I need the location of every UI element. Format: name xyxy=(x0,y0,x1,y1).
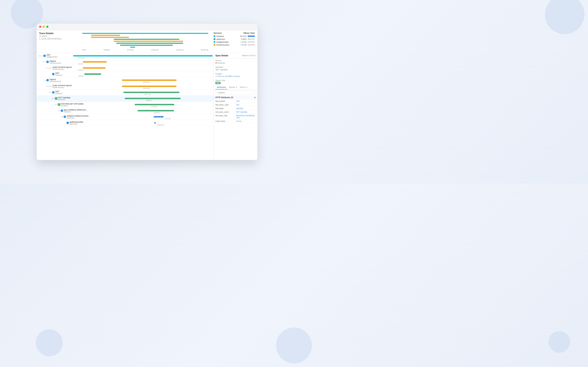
span-bar-container-9: 6.96 ms xyxy=(85,104,213,106)
attr-key-method: http.method xyxy=(215,100,235,102)
span-row-7[interactable]: 5 ∨ 🌐 GET frontend 10.77 ms xyxy=(37,90,213,96)
span-toggle-8[interactable]: 4 ∨ xyxy=(50,98,55,99)
service-label: Service xyxy=(215,59,256,61)
span-waterfall-4: 1.98 ms xyxy=(73,71,213,77)
span-indent-11: 1 ∨ 🌐 oteldemo.AdService/Get... adservic… xyxy=(37,115,90,119)
attr-row-target: http.target /api/data xyxy=(213,107,257,110)
span-toggle-9[interactable]: 3 ∨ xyxy=(52,104,57,106)
service-row-adservice: adservice 9.09% xyxy=(213,38,255,40)
span-row-11[interactable]: 1 ∨ 🌐 oteldemo.AdService/Get... adservic… xyxy=(37,114,213,120)
span-waterfall-3: 2.34 ms xyxy=(73,65,213,71)
tab-events[interactable]: Events 0 xyxy=(228,85,238,90)
span-bar-container-3: 2.34 ms xyxy=(73,67,213,69)
span-bar-5 xyxy=(122,79,176,81)
span-indent-7: 5 ∨ 🌐 GET frontend xyxy=(37,90,73,94)
trace-bar-8 xyxy=(130,47,135,48)
span-toggle-7[interactable]: 5 ∨ xyxy=(47,92,52,93)
span-row-4[interactable]: 🌐 GET frontend 1.98 ms xyxy=(37,71,213,77)
tab-errors[interactable]: Errors 0 xyxy=(238,85,249,90)
search-input[interactable] xyxy=(218,92,254,94)
span-name-12: getRandomAds adservice xyxy=(70,121,83,125)
minimize-button[interactable] xyxy=(43,26,45,28)
span-row-10[interactable]: 2 ∨ 🌐 grpc.oteldemo.AdService... fronten… xyxy=(37,108,213,114)
span-toggle-5[interactable]: 7 ∨ xyxy=(41,79,46,81)
span-waterfall-7: 10.77 ms xyxy=(73,89,213,95)
span-icon-2: 🌐 xyxy=(46,61,49,63)
span-icon-8: G xyxy=(55,97,57,100)
span-bar-10 xyxy=(138,110,174,111)
operation-value: GET /api/data xyxy=(215,68,256,71)
span-bar-12 xyxy=(154,122,156,124)
service-pct-loadgenerator: < 0.1% xyxy=(238,41,247,43)
service-pct-adservice: 9.09% xyxy=(238,38,247,40)
span-indent-4: 🌐 GET frontend xyxy=(37,72,73,76)
span-row-8[interactable]: 4 ∨ G GET /api/data frontend 8.99 ms xyxy=(37,96,213,102)
attr-val-status: 200 xyxy=(236,104,239,106)
span-bar-container-6: 10.41 ms xyxy=(73,85,213,87)
service-value: frontend xyxy=(215,62,225,64)
search-box[interactable]: ⌕ xyxy=(215,91,256,94)
tab-attributes[interactable]: Attributes xyxy=(215,85,228,90)
span-row-2[interactable]: 2 ∨ 🌐 ingress frontend-proxy 2.8 ms xyxy=(37,59,213,65)
span-row-9[interactable]: 3 ∨ G executing api route (page... front… xyxy=(37,102,213,108)
service-bar-fill-loadgenerator xyxy=(248,41,248,43)
attr-val-scope-name: next.js xyxy=(236,120,241,122)
span-toggle-3[interactable]: 1 ∨ xyxy=(44,67,49,69)
service-pct-frontend-proxy: < 0.1% xyxy=(238,44,247,46)
timeline-label-0: 0 ms xyxy=(82,49,86,51)
trace-bar-row-2 xyxy=(82,35,208,36)
maximize-button[interactable] xyxy=(46,26,49,28)
span-row-12[interactable]: 🌐 getRandomAds adservice 102.91 μs xyxy=(37,120,213,126)
service-dot-indicator xyxy=(215,62,217,64)
span-details-header: Span Details Starts at 7.62 ms xyxy=(213,53,257,58)
services-pct-header: %Exec Time xyxy=(243,32,255,34)
attr-row-status: http.status_code 200 xyxy=(213,103,257,107)
trace-timestamp: ⊙ Jul 08, 2024 04:59:56 pm xyxy=(39,38,79,40)
span-name-4: GET frontend xyxy=(55,72,62,76)
span-icon-5: 🌐 xyxy=(46,79,49,82)
http-attrs-header[interactable]: HTTP Attributes (7) ∧ xyxy=(213,95,257,100)
trace-bar-7 xyxy=(120,45,173,46)
service-bar-frontend-proxy xyxy=(248,44,255,46)
span-row-1[interactable]: 11 ∨ 🌐 GET loadgenerator 20.44 ms xyxy=(37,53,213,59)
span-toggle-6[interactable]: 6 ∨ xyxy=(44,85,49,87)
service-row-frontend: frontend 90.91% xyxy=(213,35,255,37)
services-title: Services xyxy=(213,32,222,34)
span-duration-8: 8.99 ms xyxy=(146,100,152,101)
status-badge: 200 xyxy=(215,82,221,84)
trace-bar-3 xyxy=(91,37,129,38)
span-toggle-2[interactable]: 2 ∨ xyxy=(41,61,46,63)
span-duration-10: 6.04 ms xyxy=(154,112,160,114)
span-duration-5: 10.62 ms xyxy=(143,81,150,83)
span-toggle-10[interactable]: 2 ∨ xyxy=(55,110,60,112)
trace-bar-row-3 xyxy=(82,37,208,38)
trace-bar-row-6 xyxy=(82,42,208,44)
span-indent-2: 2 ∨ 🌐 ingress frontend-proxy xyxy=(37,60,73,64)
trace-bar-4 xyxy=(114,39,179,40)
http-attrs-title: HTTP Attributes (7) xyxy=(215,96,233,99)
span-toggle-1[interactable]: 11 ∨ xyxy=(37,55,42,57)
span-icon-3: ✏ xyxy=(49,67,52,69)
trace-title: Trace Details xyxy=(39,32,79,35)
span-indent-1: 11 ∨ 🌐 GET loadgenerator xyxy=(37,54,73,58)
close-button[interactable] xyxy=(39,26,41,28)
trace-bar-5 xyxy=(114,41,183,42)
attr-row-method: http.method GET xyxy=(213,100,257,103)
span-name-8: GET /api/data frontend xyxy=(58,97,70,101)
spans-container: 11 ∨ 🌐 GET loadgenerator 20.44 ms xyxy=(37,53,257,160)
span-row-6[interactable]: 6 ∨ ✏ router frontend egress frontend-pr… xyxy=(37,83,213,90)
span-bar-7 xyxy=(123,92,179,93)
span-toggle-11[interactable]: 1 ∨ xyxy=(58,116,63,118)
span-duration-11: 1.67 ms xyxy=(165,118,170,120)
span-waterfall-5: 10.62 ms xyxy=(73,77,213,83)
span-bar-container-12: 102.91 μs xyxy=(83,122,213,124)
span-waterfall-9: 6.96 ms xyxy=(85,101,213,108)
clock-icon: ⊙ xyxy=(39,38,41,40)
span-row-3[interactable]: 1 ∨ ✏ router frontend egress frontend-pr… xyxy=(37,65,213,71)
span-bar-4 xyxy=(84,73,101,75)
span-name-9: executing api route (page... frontend xyxy=(61,103,85,107)
service-link[interactable]: frontend xyxy=(218,62,225,64)
trace-info: Trace Details 12 spans ⊙ Jul 08, 2024 04… xyxy=(39,32,79,51)
span-indent-9: 3 ∨ G executing api route (page... front… xyxy=(37,103,85,107)
span-row-5[interactable]: 7 ∨ 🌐 ingress frontend-proxy 10.62 ms xyxy=(37,77,213,83)
